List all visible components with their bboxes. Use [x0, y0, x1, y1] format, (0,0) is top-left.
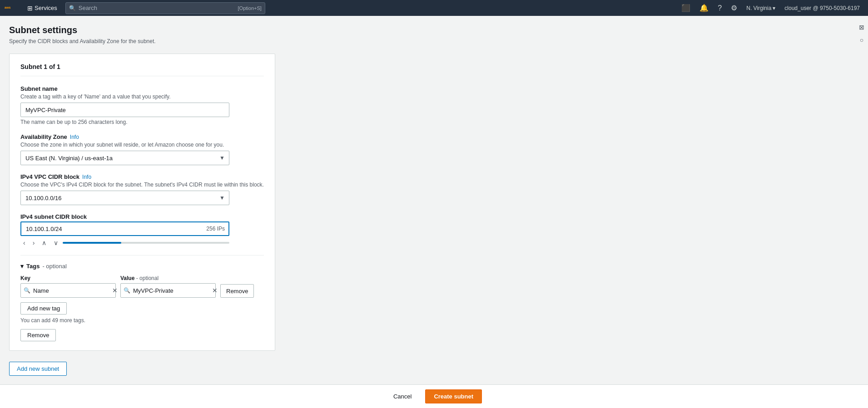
terminal-icon: ⬛: [681, 4, 690, 12]
ipv4-vpc-label: IPv4 VPC CIDR block Info: [20, 173, 264, 180]
main-area: Subnet settings Specify the CIDR blocks …: [0, 16, 868, 408]
search-bar: 🔍 [Option+S]: [65, 2, 265, 14]
tag-value-wrapper: 🔍 ✕: [120, 283, 216, 298]
right-side-icons: ⊠ ○: [855, 18, 868, 49]
tag-key-input-container: 🔍 ✕: [20, 283, 116, 298]
tag-key-container: Key 🔍 ✕: [20, 275, 116, 298]
tags-label: Tags: [26, 263, 40, 270]
cidr-ips-badge: 256 IPs: [206, 226, 225, 232]
ipv4-subnet-cidr-input[interactable]: [20, 221, 229, 236]
ipv4-vpc-cidr-field: IPv4 VPC CIDR block Info Choose the VPC'…: [20, 173, 264, 205]
bell-icon-btn[interactable]: 🔔: [696, 2, 712, 14]
subnet-settings-card: Subnet 1 of 1 Subnet name Create a tag w…: [9, 54, 275, 351]
services-button[interactable]: ⊞ Services: [25, 3, 60, 14]
tag-value-input[interactable]: [133, 284, 209, 297]
svg-text:aws: aws: [5, 5, 10, 9]
create-subnet-btn[interactable]: Create subnet: [425, 389, 482, 403]
subnet-name-desc: Create a tag with a key of 'Name' and a …: [20, 93, 264, 100]
region-chevron: ▾: [773, 5, 775, 11]
ipv4-vpc-info-link[interactable]: Info: [82, 174, 91, 180]
bell-icon: 🔔: [699, 4, 709, 12]
az-select[interactable]: US East (N. Virginia) / us-east-1a: [20, 151, 229, 165]
key-label: Key: [20, 275, 116, 281]
cidr-up-btn[interactable]: ∧: [39, 239, 49, 247]
tag-value-search-icon: 🔍: [121, 287, 133, 294]
maximize-icon-btn[interactable]: ⊠: [857, 22, 866, 33]
page-subtitle: Specify the CIDR blocks and Availability…: [9, 38, 275, 44]
ipv4-subnet-label: IPv4 subnet CIDR block: [20, 213, 264, 220]
subnet-name-label: Subnet name: [20, 85, 264, 92]
remove-subnet-btn[interactable]: Remove: [20, 329, 56, 341]
remove-tag-btn[interactable]: Remove: [220, 284, 254, 298]
cidr-down-btn[interactable]: ∨: [51, 239, 61, 247]
tags-section: ▾ Tags - optional Key 🔍 ✕: [20, 255, 264, 341]
az-label: Availability Zone Info: [20, 133, 264, 140]
grid-icon: ⊞: [27, 5, 33, 12]
tag-key-clear-btn[interactable]: ✕: [109, 287, 120, 294]
az-desc: Choose the zone in which your subnet wil…: [20, 142, 264, 148]
tag-key-search-icon: 🔍: [21, 287, 33, 294]
availability-zone-field: Availability Zone Info Choose the zone i…: [20, 133, 264, 165]
circle-icon-btn[interactable]: ○: [857, 34, 866, 45]
subnet-name-field: Subnet name Create a tag with a key of '…: [20, 85, 264, 125]
tag-value-clear-btn[interactable]: ✕: [209, 287, 220, 294]
aws-logo[interactable]: aws: [5, 4, 19, 13]
ipv4-vpc-desc: Choose the VPC's IPv4 CIDR block for the…: [20, 182, 264, 188]
tag-key-input[interactable]: [33, 284, 109, 297]
add-subnet-btn[interactable]: Add new subnet: [9, 362, 67, 376]
tags-info: You can add 49 more tags.: [20, 317, 264, 324]
tags-chevron-icon: ▾: [20, 263, 24, 270]
region-label: N. Virginia: [746, 5, 771, 11]
settings-icon: ⚙: [731, 4, 737, 12]
tag-value-container: Value - optional 🔍 ✕: [120, 275, 216, 298]
ipv4-vpc-select[interactable]: 10.100.0.0/16: [20, 191, 229, 205]
subnet-counter: Subnet 1 of 1: [20, 63, 264, 76]
az-select-wrapper: US East (N. Virginia) / us-east-1a ▼: [20, 151, 229, 165]
tags-optional-text: - optional: [42, 263, 66, 270]
user-account[interactable]: cloud_user @ 9750-5030-6197: [781, 3, 863, 13]
value-label: Value - optional: [120, 275, 216, 281]
value-optional-text: - optional: [136, 275, 159, 281]
cidr-prev-btn[interactable]: ‹: [20, 239, 28, 247]
ipv4-subnet-cidr-field: IPv4 subnet CIDR block 256 IPs ‹ › ∧ ∨: [20, 213, 264, 247]
cidr-next-btn[interactable]: ›: [30, 239, 38, 247]
nav-icons: ⬛ 🔔 ? ⚙ N. Virginia ▾ cloud_user @ 9750-…: [678, 2, 863, 14]
page-title: Subnet settings: [9, 25, 275, 35]
search-input[interactable]: [65, 2, 265, 14]
add-tag-btn[interactable]: Add new tag: [20, 302, 67, 315]
search-icon: 🔍: [69, 5, 76, 11]
cidr-stepper: ‹ › ∧ ∨: [20, 239, 229, 247]
cidr-stepper-track: [63, 242, 229, 244]
cancel-btn[interactable]: Cancel: [386, 390, 419, 403]
bottom-bar: Cancel Create subnet: [0, 384, 868, 408]
cidr-wrapper: 256 IPs: [20, 221, 229, 236]
settings-icon-btn[interactable]: ⚙: [727, 2, 741, 14]
subnet-name-hint: The name can be up to 256 characters lon…: [20, 119, 264, 125]
ipv4-vpc-select-wrapper: 10.100.0.0/16 ▼: [20, 191, 229, 205]
content-wrapper: Subnet settings Specify the CIDR blocks …: [0, 16, 284, 408]
region-selector[interactable]: N. Virginia ▾: [743, 3, 779, 13]
services-label: Services: [35, 5, 57, 11]
cidr-stepper-progress: [63, 242, 121, 244]
tag-value-input-container: 🔍 ✕: [120, 283, 216, 298]
help-icon-btn[interactable]: ?: [714, 2, 725, 14]
top-navigation: aws ⊞ Services 🔍 [Option+S] ⬛ 🔔 ? ⚙ N. V…: [0, 0, 868, 16]
tags-divider: [20, 255, 264, 256]
help-icon: ?: [718, 4, 722, 12]
tags-header[interactable]: ▾ Tags - optional: [20, 263, 264, 270]
terminal-icon-btn[interactable]: ⬛: [678, 2, 694, 14]
tag-key-wrapper: 🔍 ✕: [20, 283, 116, 298]
subnet-name-input[interactable]: [20, 103, 229, 117]
az-info-link[interactable]: Info: [70, 134, 79, 140]
tags-row: Key 🔍 ✕ Value - opt: [20, 275, 264, 298]
